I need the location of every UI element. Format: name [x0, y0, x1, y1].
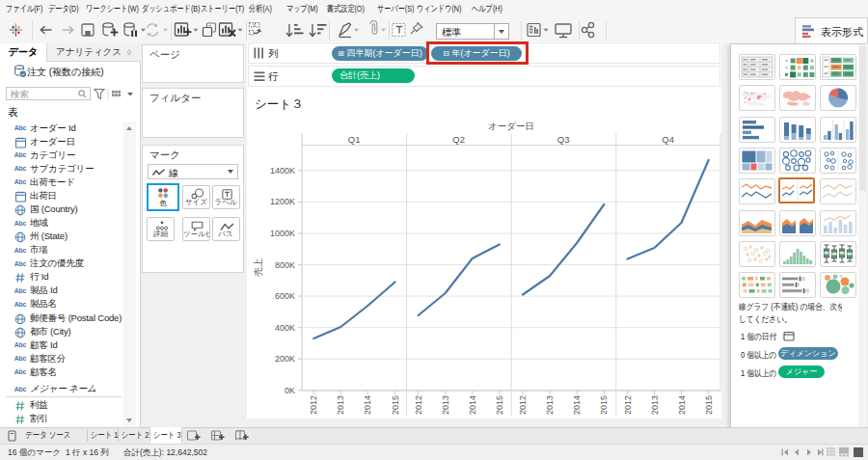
svg-text:Q3: Q3	[557, 134, 570, 145]
svg-text:0K: 0K	[285, 386, 295, 395]
svg-text:Q1: Q1	[348, 134, 361, 145]
svg-text:2014: 2014	[363, 395, 372, 415]
svg-text:1000K: 1000K	[270, 229, 295, 238]
svg-text:400K: 400K	[275, 323, 295, 333]
svg-text:2014: 2014	[572, 395, 582, 415]
svg-text:2015: 2015	[391, 395, 400, 415]
svg-text:Q4: Q4	[662, 134, 674, 145]
svg-text:2012: 2012	[309, 395, 318, 415]
svg-text:2012: 2012	[623, 395, 633, 415]
svg-text:2014: 2014	[468, 395, 477, 415]
svg-text:1200K: 1200K	[270, 197, 295, 206]
svg-text:売上: 売上	[253, 257, 263, 277]
svg-text:2013: 2013	[441, 395, 450, 415]
svg-text:2012: 2012	[414, 395, 423, 415]
svg-text:800K: 800K	[275, 260, 295, 270]
svg-text:2013: 2013	[650, 395, 660, 415]
svg-text:600K: 600K	[275, 291, 295, 301]
svg-text:オーダー日: オーダー日	[488, 121, 534, 131]
svg-text:1400K: 1400K	[270, 166, 295, 176]
svg-text:2015: 2015	[704, 395, 714, 415]
svg-text:2015: 2015	[599, 395, 609, 415]
svg-text:2013: 2013	[336, 395, 345, 415]
svg-text:2015: 2015	[495, 395, 504, 415]
svg-text:200K: 200K	[275, 354, 295, 364]
svg-text:2014: 2014	[677, 395, 687, 415]
svg-text:2013: 2013	[545, 395, 555, 415]
svg-text:2012: 2012	[518, 395, 528, 415]
svg-text:Q2: Q2	[452, 134, 465, 145]
